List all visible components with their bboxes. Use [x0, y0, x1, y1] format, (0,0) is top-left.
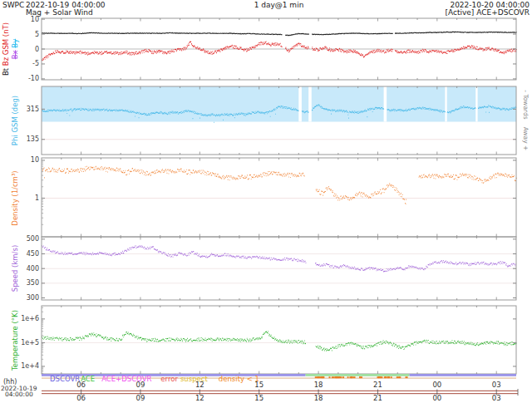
ytick-label: 300: [27, 294, 39, 302]
density-flag: [387, 376, 390, 378]
density-flag: [391, 376, 392, 378]
bt-label: Bt: [2, 68, 10, 76]
plot-canvas: 1050-5-103151351015004504003503001e+61e+…: [0, 0, 532, 403]
density-flag: [397, 376, 400, 378]
ytick-label: 400: [27, 265, 39, 273]
density-flag: [405, 376, 407, 378]
hour-label: 00: [432, 381, 441, 389]
towards-label: - Towards: [522, 86, 530, 123]
panel-bt_bz: 1050-5-10: [28, 16, 517, 83]
status-segment-ACE: [306, 374, 410, 376]
density-flag: [329, 376, 331, 378]
panel-temperature: 1e+61e+51e+4: [21, 306, 517, 374]
axis-label-temperature: Temperature (°K): [11, 306, 20, 375]
by-label: By: [11, 39, 19, 48]
panel-speed: 500450400350300: [27, 235, 516, 302]
swpc-solar-wind-plot: 1050-5-103151351015004504003503001e+61e+…: [0, 0, 532, 403]
panel-density: 101: [31, 156, 517, 237]
status-legend: DSCOVRACEACE+DSCOVRerrorsuspectdensity <…: [50, 375, 259, 383]
ytick-label: 450: [27, 250, 39, 258]
time-axis: 06091215182100030609121518210003: [42, 381, 518, 402]
density-flag: [347, 376, 349, 378]
density-flag: [349, 376, 352, 378]
density-flag: [318, 376, 321, 378]
plot-title: Mag + Solar Wind: [26, 8, 93, 17]
ytick-label: 1: [35, 194, 39, 202]
data-gap: [475, 86, 477, 122]
ytick-label: -10: [28, 75, 39, 82]
legend-item: density < 1: [219, 375, 259, 383]
axis-rule: [42, 391, 518, 391]
legend-item: ACE: [81, 375, 95, 383]
series-Bz GSM: [42, 42, 517, 61]
bx-label: Bx: [11, 50, 19, 59]
panel-frame: [42, 306, 516, 374]
density-flag: [353, 376, 356, 378]
axis-rule: [42, 393, 518, 394]
ytick-label: 5: [35, 31, 39, 38]
ytick-label: 0: [35, 46, 39, 53]
status-segment-DSCOVR: [410, 374, 516, 376]
axis-label-density: Density (1/cm³): [11, 158, 20, 238]
series-Temperature: [42, 332, 517, 351]
axis-label-speed: Speed (km/s): [11, 236, 20, 301]
legend-item: DSCOVR: [50, 375, 80, 383]
legend-item: ACE+DSCOVR: [101, 375, 151, 383]
ytick-label: 500: [27, 235, 39, 243]
legend-item: error: [160, 375, 178, 383]
density-flag: [342, 376, 344, 378]
hour-label: 18: [314, 381, 323, 389]
data-gap: [308, 86, 312, 122]
panel-phi: 315135: [27, 86, 516, 155]
density-flag: [381, 376, 382, 378]
footer-time: 04:00:00: [5, 391, 33, 398]
density-flag: [359, 376, 362, 378]
brand-label: SWPC: [2, 1, 24, 9]
away-label: Away +: [522, 122, 530, 155]
hour-label: 21: [373, 381, 382, 389]
ytick-label: 1e+4: [21, 362, 39, 370]
density-flag: [385, 376, 387, 378]
density-flag: [338, 376, 342, 378]
panel-frame: [42, 158, 516, 237]
source-status: [Active] ACE+DSCOVR: [446, 8, 530, 17]
density-flag: [332, 376, 335, 378]
ytick-label: 350: [27, 279, 39, 287]
series-Speed: [42, 246, 516, 272]
ytick-label: 1e+5: [21, 339, 39, 346]
density-flag: [335, 376, 337, 378]
axis-label-mag: Bt Bz GSM (nT) Bx By: [2, 18, 20, 80]
legend-item: suspect: [180, 375, 208, 383]
ytick-label: 135: [27, 135, 39, 143]
ytick-label: 315: [27, 106, 39, 113]
data-gap: [445, 86, 446, 122]
ytick-label: 10: [31, 156, 39, 164]
hour-label: 03: [492, 381, 501, 389]
data-gap: [384, 86, 387, 122]
data-gap: [298, 86, 302, 122]
density-flag: [321, 376, 324, 378]
axis-label-phi: Phi GSM (deg): [11, 86, 20, 155]
bz-label: Bz GSM (nT): [2, 22, 10, 66]
ytick-label: 1e+6: [21, 315, 39, 322]
series-Bt: [42, 32, 517, 35]
ytick-label: -5: [32, 60, 39, 67]
